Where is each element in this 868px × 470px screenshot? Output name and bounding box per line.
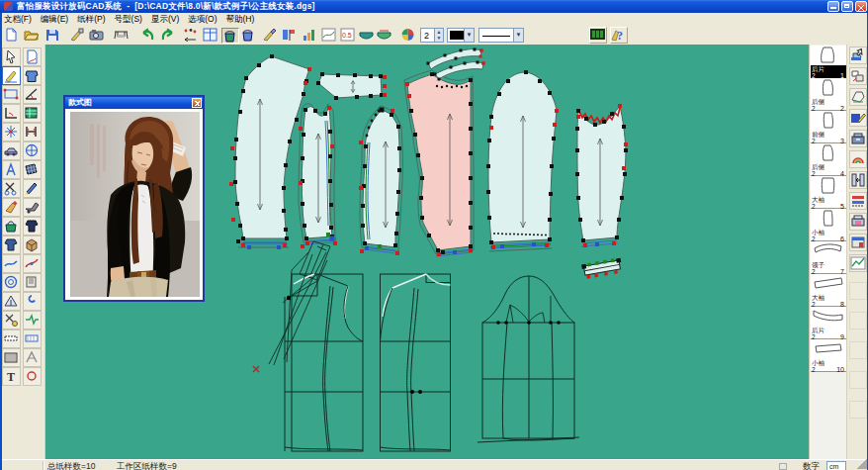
- svg-text:0.5: 0.5: [342, 32, 352, 39]
- svg-text:T: T: [7, 370, 15, 384]
- svg-text:?: ?: [617, 29, 623, 42]
